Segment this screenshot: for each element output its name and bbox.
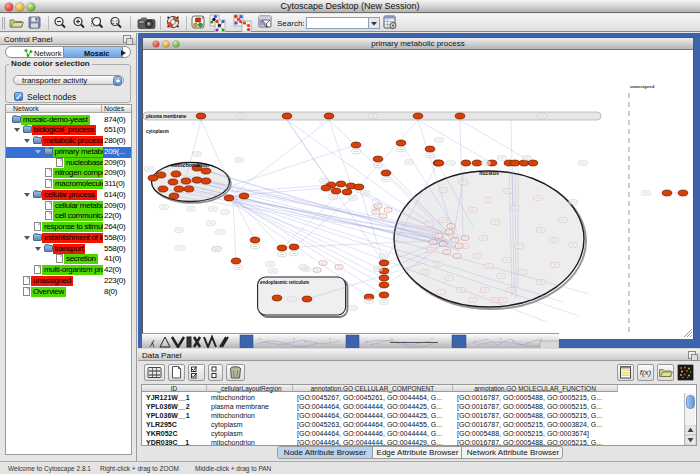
svg-text:nucleus: nucleus xyxy=(479,170,499,176)
svg-text:Search:: Search: xyxy=(277,19,305,28)
svg-text:mitochondrion: mitochondrion xyxy=(171,162,209,168)
svg-text:1:1: 1:1 xyxy=(112,20,119,25)
svg-text:plasma membrane: plasma membrane xyxy=(146,114,187,119)
svg-text:endoplasmic reticulum: endoplasmic reticulum xyxy=(260,280,309,285)
svg-text:unassigned: unassigned xyxy=(630,84,655,89)
svg-text:cytoplasm: cytoplasm xyxy=(146,129,169,134)
